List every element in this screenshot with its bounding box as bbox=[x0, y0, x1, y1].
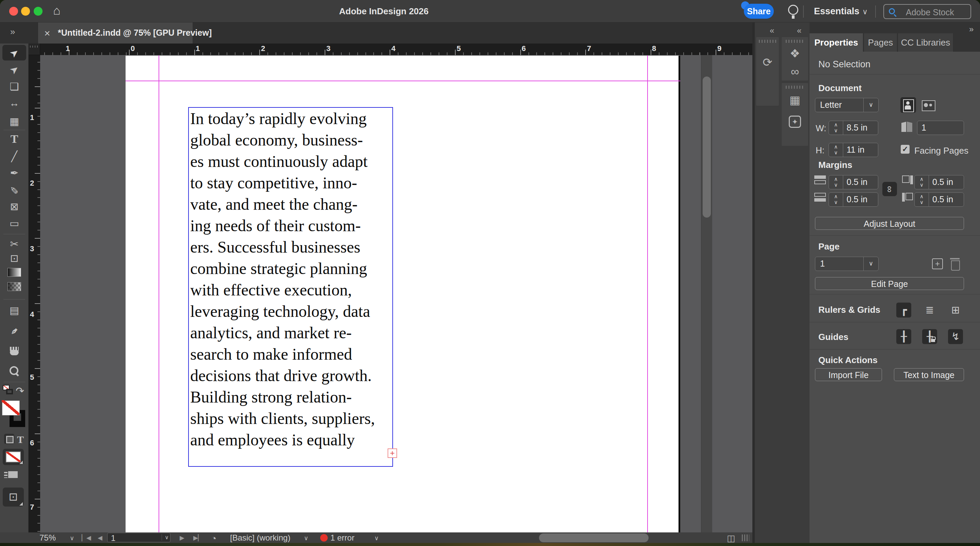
show-guides-button[interactable]: ╂ bbox=[896, 329, 911, 344]
width-field[interactable]: ∧∨ 8.5 in bbox=[829, 121, 878, 135]
fill-swatch[interactable] bbox=[2, 400, 20, 416]
learn-lightbulb-icon[interactable] bbox=[788, 5, 798, 15]
document-tab[interactable]: × *Untitled-2.indd @ 75% [GPU Preview] bbox=[38, 22, 192, 43]
facing-pages-checkbox[interactable]: ✓ bbox=[901, 145, 910, 154]
pen-tool[interactable]: ✒ bbox=[2, 165, 26, 181]
page-tool[interactable]: ❏ bbox=[2, 79, 26, 94]
apply-none-button[interactable] bbox=[3, 449, 24, 465]
vertical-scrollbar-thumb[interactable] bbox=[703, 76, 711, 217]
error-chevron-icon[interactable]: ∨ bbox=[374, 535, 379, 542]
add-page-button[interactable]: + bbox=[932, 259, 943, 269]
text-to-image-panel-icon[interactable]: ✦ bbox=[789, 116, 801, 128]
last-page-button[interactable]: ▶▏ bbox=[193, 534, 203, 541]
direct-selection-tool[interactable]: ➤ bbox=[2, 62, 26, 77]
horizontal-scrollbar-thumb[interactable] bbox=[539, 533, 649, 542]
document-grid-button[interactable]: ⊞ bbox=[948, 303, 963, 317]
swap-fill-stroke-icon[interactable]: ↷ bbox=[16, 385, 24, 397]
show-rulers-button[interactable]: ┏ bbox=[896, 303, 911, 317]
formatting-affects-text-button[interactable]: T bbox=[17, 434, 24, 445]
top-margin-field[interactable]: ∧∨ 0.5 in bbox=[829, 175, 878, 189]
document-canvas[interactable]: In today’s rapidly evolvingglobal econom… bbox=[40, 55, 752, 532]
zoom-tool[interactable] bbox=[2, 363, 26, 379]
links-panel-icon[interactable]: ∞ bbox=[782, 65, 808, 78]
width-stepper[interactable]: ∧∨ bbox=[829, 121, 843, 135]
adobe-stock-search[interactable]: Adobe Stock bbox=[883, 4, 971, 19]
close-tab-icon[interactable]: × bbox=[44, 27, 50, 39]
outside-margin-field[interactable]: ∧∨ 0.5 in bbox=[914, 192, 964, 207]
close-window-button[interactable] bbox=[9, 7, 18, 16]
page-number-field[interactable]: 1 ∨ bbox=[107, 533, 170, 542]
vertical-scrollbar[interactable] bbox=[701, 55, 712, 532]
view-options-icon[interactable] bbox=[4, 470, 18, 479]
layers-panel-icon[interactable]: ❖ bbox=[782, 46, 808, 60]
tab-pages[interactable]: Pages bbox=[864, 33, 897, 52]
import-file-button[interactable]: Import File bbox=[815, 368, 882, 381]
horizontal-ruler[interactable]: 10123456789 bbox=[40, 43, 752, 55]
spread-view-icon[interactable]: ◫ bbox=[727, 533, 735, 543]
gap-tool[interactable]: ↔ bbox=[2, 95, 26, 111]
height-field[interactable]: ∧∨ 11 in bbox=[829, 143, 878, 157]
inside-margin-stepper[interactable]: ∧∨ bbox=[915, 175, 929, 189]
link-margins-button[interactable]: ∞ bbox=[882, 182, 897, 196]
tab-cc-libraries[interactable]: CC Libraries bbox=[898, 33, 953, 52]
panel-collapse-icon[interactable]: » bbox=[969, 24, 972, 34]
selection-tool[interactable]: ➤ bbox=[2, 45, 26, 60]
portrait-orientation-button[interactable] bbox=[900, 97, 916, 113]
rectangle-tool[interactable]: ▭ bbox=[2, 215, 26, 231]
resize-grip[interactable] bbox=[742, 535, 749, 541]
inside-margin-field[interactable]: ∧∨ 0.5 in bbox=[914, 175, 964, 189]
overset-text-indicator[interactable]: + bbox=[388, 448, 397, 458]
first-page-button[interactable]: ▏◀ bbox=[82, 534, 91, 541]
eyedropper-tool[interactable]: ✒ bbox=[2, 323, 26, 339]
screen-mode-button[interactable]: ⊡ bbox=[3, 487, 24, 506]
bottom-margin-stepper[interactable]: ∧∨ bbox=[829, 193, 843, 206]
preflight-icon[interactable]: ◔ bbox=[211, 533, 216, 543]
history-panel-icon[interactable]: ⟳ bbox=[756, 56, 779, 69]
lock-guides-button[interactable]: ╂ bbox=[922, 329, 937, 344]
dock-divider[interactable] bbox=[752, 22, 754, 543]
outside-margin-stepper[interactable]: ∧∨ bbox=[915, 193, 929, 206]
pencil-tool[interactable]: ✎ bbox=[2, 182, 26, 197]
page-select-dropdown[interactable]: 1 ∨ bbox=[815, 257, 878, 271]
formatting-affects-container-button[interactable] bbox=[4, 434, 14, 444]
minimize-window-button[interactable] bbox=[21, 7, 30, 16]
previous-page-button[interactable]: ◀ bbox=[98, 534, 102, 541]
baseline-grid-button[interactable]: ≣ bbox=[922, 303, 937, 317]
free-transform-tool[interactable]: ⊡ bbox=[2, 250, 26, 266]
panel-grip[interactable] bbox=[759, 40, 776, 43]
page-count-field[interactable]: 1 bbox=[917, 121, 964, 135]
tab-properties[interactable]: Properties bbox=[810, 33, 863, 52]
dock-collapse-icon[interactable]: « bbox=[797, 26, 800, 35]
dock-collapse-icon[interactable]: « bbox=[770, 26, 773, 35]
line-tool[interactable]: ╱ bbox=[2, 148, 26, 164]
home-icon[interactable]: ⌂ bbox=[53, 3, 60, 17]
ruler-origin-corner[interactable] bbox=[29, 43, 40, 55]
page-size-dropdown[interactable]: Letter ∨ bbox=[815, 98, 878, 112]
toolbar-collapse-icon[interactable]: » bbox=[10, 27, 14, 37]
zoom-window-button[interactable] bbox=[34, 7, 43, 16]
text-frame-content[interactable]: In today’s rapidly evolvingglobal econom… bbox=[190, 108, 375, 451]
vertical-ruler[interactable]: 1234567 bbox=[29, 55, 40, 532]
preflight-preset[interactable]: [Basic] (working) bbox=[230, 533, 290, 543]
swatches-panel-icon[interactable]: ▦ bbox=[782, 93, 808, 107]
height-stepper[interactable]: ∧∨ bbox=[829, 143, 843, 157]
panel-grip[interactable] bbox=[786, 86, 805, 89]
workspace-switcher[interactable]: Essentials bbox=[814, 6, 859, 17]
landscape-orientation-button[interactable] bbox=[920, 97, 936, 113]
zoom-level-value[interactable]: 75% bbox=[40, 533, 56, 543]
frame-tool[interactable]: ⊠ bbox=[2, 198, 26, 214]
smart-guides-button[interactable]: ↯ bbox=[948, 329, 963, 344]
hand-tool[interactable] bbox=[2, 343, 26, 359]
gradient-swatch-tool[interactable] bbox=[2, 265, 26, 280]
content-collector-tool[interactable]: ▦ bbox=[2, 113, 26, 129]
scissors-tool[interactable]: ✂ bbox=[2, 236, 26, 252]
adjust-layout-button[interactable]: Adjust Layout bbox=[815, 217, 964, 230]
text-to-image-button[interactable]: Text to Image bbox=[894, 368, 964, 381]
next-page-button[interactable]: ▶ bbox=[180, 534, 185, 541]
note-tool[interactable]: ▤ bbox=[2, 302, 26, 318]
gradient-feather-tool[interactable] bbox=[2, 279, 26, 294]
preflight-chevron-icon[interactable]: ∨ bbox=[304, 535, 308, 542]
bottom-margin-field[interactable]: ∧∨ 0.5 in bbox=[829, 192, 878, 207]
zoom-chevron-icon[interactable]: ∨ bbox=[70, 535, 74, 542]
delete-page-icon[interactable] bbox=[950, 258, 960, 270]
